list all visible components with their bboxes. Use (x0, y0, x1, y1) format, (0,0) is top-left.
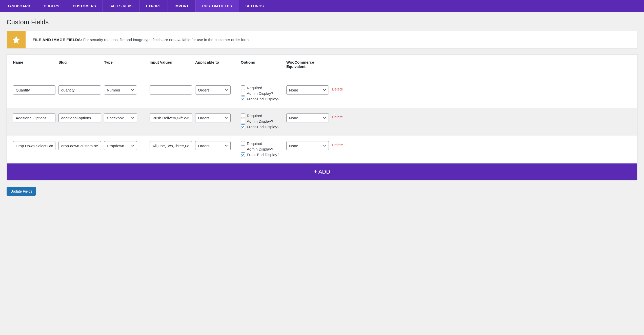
wc-equivalent-select[interactable]: None (286, 113, 329, 122)
name-input[interactable] (13, 141, 55, 150)
input-values-input[interactable] (150, 141, 192, 150)
nav-tab-custom-fields[interactable]: CUSTOM FIELDS (196, 0, 239, 12)
admin-display-checkbox[interactable] (241, 91, 245, 96)
admin-display-checkbox-label: Admin Display? (247, 147, 273, 151)
input-values-input[interactable] (150, 85, 192, 95)
page-title: Custom Fields (7, 18, 637, 26)
security-notice: FILE AND IMAGE FIELDS: For security reas… (7, 31, 637, 49)
front-end-display-checkbox[interactable] (241, 124, 245, 129)
nav-tab-export[interactable]: EXPORT (139, 0, 168, 12)
required-checkbox-label: Required (247, 141, 262, 146)
update-fields-button[interactable]: Update Fields (7, 187, 36, 196)
notice-label: FILE AND IMAGE FIELDS: (33, 38, 82, 42)
nav-tab-settings[interactable]: SETTINGS (239, 0, 270, 12)
type-select[interactable]: NumberCheckboxDropdownTextFileImage (104, 113, 137, 122)
column-header: Input Values (150, 60, 195, 64)
front-end-display-checkbox[interactable] (241, 97, 245, 101)
nav-tab-orders[interactable]: ORDERS (37, 0, 66, 12)
input-values-input[interactable] (150, 113, 192, 122)
column-header: Name (13, 60, 58, 64)
admin-display-checkbox[interactable] (241, 119, 245, 123)
delete-link[interactable]: Delete (332, 141, 343, 147)
name-input[interactable] (13, 113, 55, 122)
table-header: NameSlugTypeInput ValuesApplicable toOpt… (7, 54, 637, 80)
front-end-display-checkbox-label: Front-End Display? (247, 153, 279, 157)
slug-input[interactable] (58, 141, 101, 150)
applicable-select[interactable]: OrdersCustomersProducts (195, 85, 231, 95)
required-checkbox[interactable] (241, 113, 245, 118)
notice-text: For security reasons, file and image typ… (83, 38, 250, 42)
add-button[interactable]: + ADD (7, 163, 637, 180)
table-row: NumberCheckboxDropdownTextFileImageOrder… (7, 136, 637, 163)
admin-display-checkbox-label: Admin Display? (247, 91, 273, 96)
table-row: NumberCheckboxDropdownTextFileImageOrder… (7, 108, 637, 136)
name-input[interactable] (13, 85, 55, 95)
nav-tab-import[interactable]: IMPORT (168, 0, 195, 12)
wc-equivalent-select[interactable]: None (286, 85, 329, 95)
nav-tab-dashboard[interactable]: DASHBOARD (0, 0, 37, 12)
required-checkbox[interactable] (241, 85, 245, 90)
fields-card: NameSlugTypeInput ValuesApplicable toOpt… (7, 54, 637, 180)
front-end-display-checkbox[interactable] (241, 152, 245, 157)
table-row: NumberCheckboxDropdownTextFileImageOrder… (7, 80, 637, 108)
delete-link[interactable]: Delete (332, 113, 343, 119)
star-icon (7, 31, 26, 48)
front-end-display-checkbox-label: Front-End Display? (247, 97, 279, 101)
nav-tab-customers[interactable]: CUSTOMERS (66, 0, 103, 12)
delete-link[interactable]: Delete (332, 85, 343, 91)
top-nav: DASHBOARDORDERSCUSTOMERSSALES REPSEXPORT… (0, 0, 644, 12)
applicable-select[interactable]: OrdersCustomersProducts (195, 113, 231, 122)
slug-input[interactable] (58, 113, 101, 122)
wc-equivalent-select[interactable]: None (286, 141, 329, 150)
required-checkbox[interactable] (241, 141, 245, 146)
front-end-display-checkbox-label: Front-End Display? (247, 125, 279, 129)
slug-input[interactable] (58, 85, 101, 95)
admin-display-checkbox-label: Admin Display? (247, 119, 273, 123)
column-header: WooCommerce Equivalent (286, 60, 332, 69)
required-checkbox-label: Required (247, 114, 262, 118)
required-checkbox-label: Required (247, 86, 262, 90)
column-header: Options (241, 60, 286, 64)
column-header: Applicable to (195, 60, 241, 64)
type-select[interactable]: NumberCheckboxDropdownTextFileImage (104, 85, 137, 95)
column-header: Type (104, 60, 150, 64)
applicable-select[interactable]: OrdersCustomersProducts (195, 141, 231, 150)
type-select[interactable]: NumberCheckboxDropdownTextFileImage (104, 141, 137, 150)
admin-display-checkbox[interactable] (241, 147, 245, 151)
column-header: Slug (58, 60, 104, 64)
nav-tab-sales-reps[interactable]: SALES REPS (103, 0, 139, 12)
